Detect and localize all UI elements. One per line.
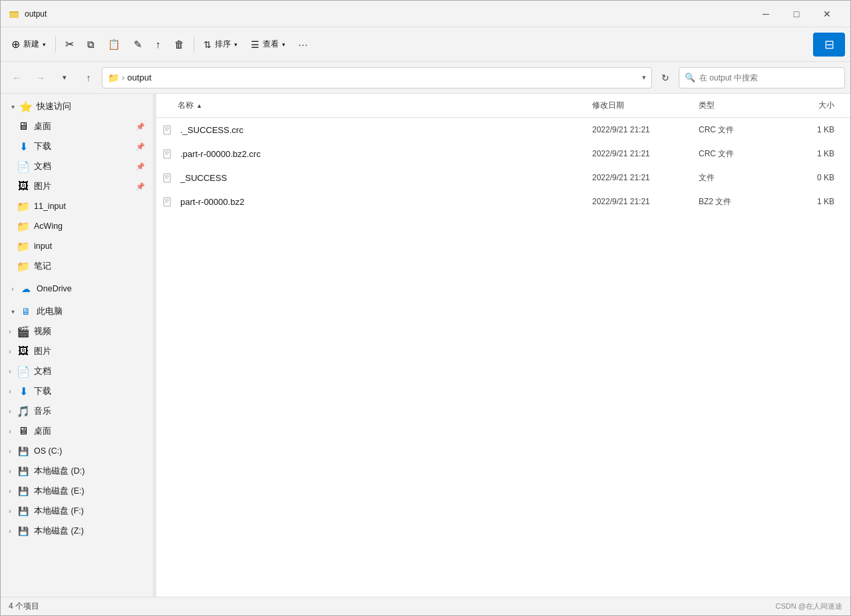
sidebar-downloads2-label: 下载 (34, 386, 145, 397)
sidebar-pictures2-label: 图片 (34, 346, 145, 357)
sidebar-item-documents[interactable]: 📄 文档 📌 (3, 156, 150, 176)
sidebar-pictures-label: 图片 (34, 181, 133, 192)
close-button[interactable]: ✕ (812, 3, 842, 25)
minimize-button[interactable]: ─ (751, 3, 781, 25)
compact-button[interactable]: ⊟ (813, 33, 845, 57)
share-button[interactable]: ↑ (150, 33, 166, 57)
share-icon: ↑ (156, 39, 161, 50)
sidebar-item-music[interactable]: › 🎵 音乐 (3, 401, 150, 421)
new-label: 新建 (23, 39, 39, 50)
cut-button[interactable]: ✂ (60, 33, 79, 57)
up-button[interactable]: ↑ (78, 67, 99, 88)
rename-button[interactable]: ✎ (128, 33, 148, 57)
sidebar-thispc-label: 此电脑 (37, 306, 148, 317)
sidebar-item-downloads[interactable]: ⬇ 下载 📌 (3, 136, 150, 156)
path-separator: › (122, 73, 124, 82)
sidebar-onedrive-label: OneDrive (37, 284, 148, 293)
sidebar-item-11input[interactable]: 📁 11_input (3, 196, 150, 216)
sidebar-item-documents2[interactable]: › 📄 文档 (3, 361, 150, 381)
back-icon: ← (12, 73, 21, 83)
sidebar-item-local-e[interactable]: › 💾 本地磁盘 (E:) (3, 481, 150, 501)
sidebar-item-pictures[interactable]: 🖼 图片 📌 (3, 176, 150, 196)
pictures2-icon: 🖼 (17, 345, 30, 358)
sort-button[interactable]: ⇅ 排序 ▾ (198, 33, 243, 57)
new-button[interactable]: ⊕ 新建 ▾ (6, 33, 51, 57)
file-size-3: 1 KB (778, 197, 845, 206)
file-name-1: .part-r-00000.bz2.crc (180, 149, 592, 159)
view-button[interactable]: ☰ 查看 ▾ (246, 33, 291, 57)
search-input[interactable] (699, 73, 839, 82)
file-date-1: 2022/9/21 21:21 (592, 149, 699, 158)
local-z-icon: 💾 (17, 524, 30, 538)
maximize-button[interactable]: □ (781, 3, 812, 25)
paste-button[interactable]: 📋 (102, 33, 126, 57)
file-row[interactable]: .part-r-00000.bz2.crc 2022/9/21 21:21 CR… (156, 142, 850, 166)
local-e-icon: 💾 (17, 484, 30, 498)
notes-folder-icon: 📁 (17, 259, 30, 273)
sidebar-item-input[interactable]: 📁 input (3, 236, 150, 256)
os-c-expand-icon: › (3, 444, 17, 458)
sort-chevron-icon: ▾ (234, 41, 238, 48)
search-icon: 🔍 (685, 73, 695, 82)
status-count: 4 个项目 (9, 601, 39, 612)
sidebar-desktop-label: 桌面 (34, 121, 133, 132)
sidebar-input-label: input (34, 241, 145, 251)
file-icon-0 (162, 123, 175, 136)
explorer-window: output ─ □ ✕ ⊕ 新建 ▾ ✂ ⧉ 📋 ✎ ↑ 🗑 (0, 0, 851, 616)
sidebar-item-pictures2[interactable]: › 🖼 图片 (3, 341, 150, 361)
refresh-button[interactable]: ↻ (655, 67, 676, 88)
onedrive-icon: ☁ (19, 282, 33, 295)
documents2-icon: 📄 (17, 365, 30, 378)
address-path[interactable]: 📁 › output ▾ (102, 67, 652, 88)
column-name-header[interactable]: 名称 ▲ (162, 100, 592, 111)
file-row[interactable]: part-r-00000.bz2 2022/9/21 21:21 BZ2 文件 … (156, 190, 850, 214)
sidebar-item-local-z[interactable]: › 💾 本地磁盘 (Z:) (3, 521, 150, 541)
window-icon (9, 9, 19, 19)
sidebar-item-notes[interactable]: 📁 笔记 (3, 256, 150, 276)
acwing-indent (3, 220, 17, 233)
svg-rect-10 (164, 174, 170, 182)
file-row[interactable]: ._SUCCESS.crc 2022/9/21 21:21 CRC 文件 1 K… (156, 118, 850, 142)
new-icon: ⊕ (11, 38, 20, 51)
sidebar-item-local-d[interactable]: › 💾 本地磁盘 (D:) (3, 461, 150, 481)
desktop-indent (3, 120, 17, 133)
file-name-3: part-r-00000.bz2 (180, 197, 592, 207)
more-button[interactable]: ··· (293, 33, 314, 57)
desktop-icon: 🖥 (17, 120, 30, 133)
sidebar-item-acwing[interactable]: 📁 AcWing (3, 216, 150, 236)
sidebar-section-onedrive[interactable]: › ☁ OneDrive (1, 279, 153, 299)
file-date-3: 2022/9/21 21:21 (592, 197, 699, 206)
svg-rect-14 (164, 198, 170, 206)
column-date-header[interactable]: 修改日期 (592, 100, 699, 111)
sidebar-item-downloads2[interactable]: › ⬇ 下载 (3, 381, 150, 401)
sidebar-item-os-c[interactable]: › 💾 OS (C:) (3, 441, 150, 461)
sidebar-local-d-label: 本地磁盘 (D:) (34, 466, 145, 477)
sidebar-section-quick-access[interactable]: ▾ ⭐ 快速访问 (1, 96, 153, 116)
notes-indent (3, 259, 17, 273)
sidebar-item-video[interactable]: › 🎬 视频 (3, 321, 150, 341)
sidebar-item-desktop2[interactable]: › 🖥 桌面 (3, 421, 150, 441)
forward-button[interactable]: → (30, 67, 51, 88)
sidebar-item-desktop[interactable]: 🖥 桌面 📌 (3, 116, 150, 136)
file-type-0: CRC 文件 (699, 124, 778, 136)
sidebar-downloads-label: 下载 (34, 141, 133, 152)
cut-icon: ✂ (65, 38, 74, 51)
search-box[interactable]: 🔍 (679, 67, 845, 88)
column-size-header[interactable]: 大小 (778, 100, 845, 111)
local-e-expand-icon: › (3, 484, 17, 498)
sidebar-item-local-f[interactable]: › 💾 本地磁盘 (F:) (3, 501, 150, 521)
file-row[interactable]: _SUCCESS 2022/9/21 21:21 文件 0 KB (156, 166, 850, 190)
back-button[interactable]: ← (6, 67, 27, 88)
sidebar-section-thispc[interactable]: ▾ 🖥 此电脑 (1, 301, 153, 321)
thispc-icon: 🖥 (19, 305, 33, 318)
quick-access-expand-icon: ▾ (6, 100, 19, 113)
sidebar-acwing-label: AcWing (34, 222, 145, 231)
toolbar: ⊕ 新建 ▾ ✂ ⧉ 📋 ✎ ↑ 🗑 ⇅ 排序 ▾ ☰ 查看 (1, 27, 850, 62)
documents-icon: 📄 (17, 160, 30, 173)
column-type-header[interactable]: 类型 (699, 100, 778, 111)
copy-button[interactable]: ⧉ (82, 33, 100, 57)
svg-rect-1 (9, 13, 19, 18)
delete-button[interactable]: 🗑 (169, 33, 190, 57)
file-icon-1 (162, 147, 175, 160)
recent-button[interactable]: ▾ (54, 67, 75, 88)
